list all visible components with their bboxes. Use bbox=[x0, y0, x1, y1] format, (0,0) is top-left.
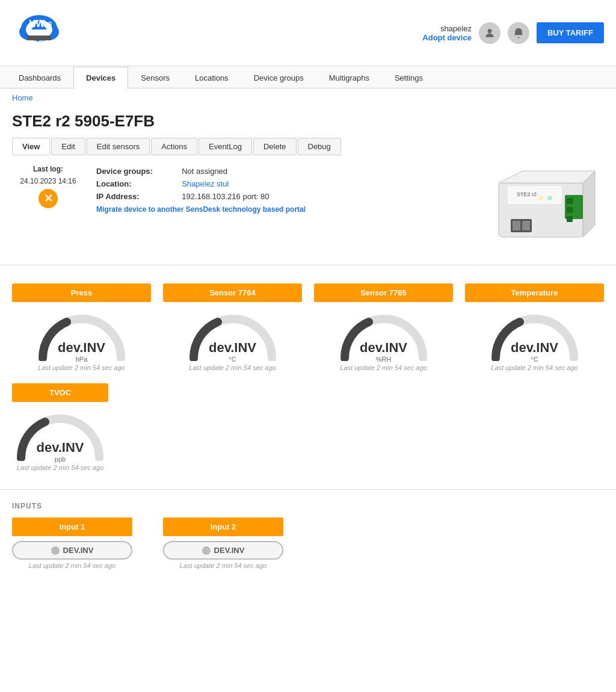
nav-device-groups[interactable]: Device groups bbox=[241, 67, 316, 88]
svg-text:CLOUD: CLOUD bbox=[31, 39, 51, 45]
sensor-card-7765: Sensor 7765 dev.INV %RH Last update 2 mi… bbox=[314, 283, 453, 371]
header: HW g CLOUD shapelez Adopt device BUY TAR… bbox=[0, 0, 616, 66]
breadcrumb: Home bbox=[0, 88, 616, 107]
nav-sensors[interactable]: Sensors bbox=[128, 67, 182, 88]
location-label: Location: bbox=[96, 178, 182, 190]
log-label: Last log: bbox=[33, 165, 63, 173]
input-toggle-2: DEV.INV bbox=[163, 541, 283, 560]
inputs-divider bbox=[0, 489, 616, 490]
gauge-update-7765: Last update 2 min 54 sec ago bbox=[340, 364, 427, 371]
device-info: Last log: 24.10.2023 14:16 ✕ Device grou… bbox=[0, 155, 616, 259]
input-value-2: DEV.INV bbox=[214, 546, 245, 555]
svg-text:g: g bbox=[48, 20, 52, 26]
adopt-device-link[interactable]: Adopt device bbox=[422, 33, 472, 42]
svg-rect-15 bbox=[567, 207, 573, 213]
svg-marker-12 bbox=[583, 171, 595, 237]
input-value-1: DEV.INV bbox=[63, 546, 94, 555]
location-value: Shapelez stul bbox=[182, 178, 310, 190]
device-meta-table: Device groups: Not assigned Location: Sh… bbox=[96, 165, 310, 215]
tab-edit-sensors[interactable]: Edit sensors bbox=[87, 138, 150, 155]
gauge-press: dev.INV hPa bbox=[34, 307, 130, 364]
divider bbox=[0, 265, 616, 265]
gauge-value-tvoc: dev.INV bbox=[12, 440, 108, 456]
tab-edit[interactable]: Edit bbox=[51, 138, 85, 155]
tab-delete[interactable]: Delete bbox=[253, 138, 297, 155]
sensor-card-press: Press dev.INV hPa Last update 2 min 54 s… bbox=[12, 283, 151, 371]
gauge-value-7765: dev.INV bbox=[336, 340, 432, 356]
groups-label: Device groups: bbox=[96, 165, 182, 178]
tab-debug[interactable]: Debug bbox=[298, 138, 341, 155]
sensor-label-press: Press bbox=[12, 283, 151, 302]
toggle-dot-1 bbox=[51, 546, 60, 555]
user-avatar[interactable] bbox=[479, 22, 500, 44]
header-right: shapelez Adopt device BUY TARIFF bbox=[422, 22, 604, 44]
input-grid: Input 1 DEV.INV Last update 2 min 54 sec… bbox=[12, 517, 604, 569]
gauge-update-press: Last update 2 min 54 sec ago bbox=[38, 364, 125, 371]
sensor-grid: Press dev.INV hPa Last update 2 min 54 s… bbox=[12, 277, 604, 377]
gauge-value-temperature: dev.INV bbox=[487, 340, 583, 356]
svg-marker-11 bbox=[499, 171, 595, 183]
ip-value: 192.168.103.216 port: 80 bbox=[182, 190, 310, 203]
location-link[interactable]: Shapelez stul bbox=[182, 179, 229, 188]
tab-view[interactable]: View bbox=[12, 138, 50, 155]
user-info: shapelez Adopt device bbox=[422, 24, 472, 42]
table-row: IP Address: 192.168.103.216 port: 80 bbox=[96, 190, 310, 203]
log-section: Last log: 24.10.2023 14:16 ✕ bbox=[12, 165, 84, 249]
gauge-unit-tvoc: ppb bbox=[12, 456, 108, 463]
nav-multigraphs[interactable]: Multigraphs bbox=[316, 67, 382, 88]
inputs-heading: INPUTS bbox=[12, 502, 604, 510]
user-icon bbox=[484, 27, 496, 39]
sensor-label-tvoc: TVOC bbox=[12, 383, 108, 402]
username: shapelez bbox=[422, 24, 472, 33]
migrate-link[interactable]: Migrate device to another SensDesk techn… bbox=[96, 205, 306, 214]
tab-eventlog[interactable]: EventLog bbox=[199, 138, 252, 155]
groups-value: Not assigned bbox=[182, 165, 310, 178]
ip-label: IP Address: bbox=[96, 190, 182, 203]
main-nav: Dashboards Devices Sensors Locations Dev… bbox=[0, 66, 616, 88]
gauge-7765: dev.INV %RH bbox=[336, 307, 432, 364]
error-badge: ✕ bbox=[38, 189, 58, 208]
notifications-bell[interactable] bbox=[508, 22, 529, 44]
svg-rect-14 bbox=[567, 198, 573, 204]
log-date: 24.10.2023 14:16 bbox=[20, 177, 76, 185]
input-card-1: Input 1 DEV.INV Last update 2 min 54 sec… bbox=[12, 517, 132, 569]
sensor-card-tvoc: TVOC dev.INV ppb Last update 2 min 54 se… bbox=[12, 383, 108, 471]
table-row: Device groups: Not assigned bbox=[96, 165, 310, 178]
svg-rect-19 bbox=[522, 221, 530, 230]
gauge-temperature: dev.INV °C bbox=[487, 307, 583, 364]
sensors-section: Press dev.INV hPa Last update 2 min 54 s… bbox=[0, 271, 616, 483]
nav-locations[interactable]: Locations bbox=[182, 67, 241, 88]
gauge-unit-7765: %RH bbox=[336, 356, 432, 363]
sensor-card-temperature: Temperature dev.INV °C Last update 2 min… bbox=[465, 283, 604, 371]
logo: HW g CLOUD bbox=[12, 9, 66, 57]
inputs-section: INPUTS Input 1 DEV.INV Last update 2 min… bbox=[0, 496, 616, 581]
gauge-update-7764: Last update 2 min 54 sec ago bbox=[189, 364, 276, 371]
tab-actions[interactable]: Actions bbox=[151, 138, 197, 155]
buy-tariff-button[interactable]: BUY TARIFF bbox=[537, 22, 604, 43]
svg-text:STE2 r2: STE2 r2 bbox=[517, 191, 537, 197]
device-sub-nav: View Edit Edit sensors Actions EventLog … bbox=[0, 138, 616, 155]
input-label-1: Input 1 bbox=[12, 517, 132, 536]
sensor-label-temperature: Temperature bbox=[465, 283, 604, 302]
bell-icon bbox=[513, 27, 525, 39]
gauge-value-7764: dev.INV bbox=[185, 340, 281, 356]
device-meta: Device groups: Not assigned Location: Sh… bbox=[96, 165, 472, 249]
nav-dashboards[interactable]: Dashboards bbox=[6, 67, 73, 88]
gauge-unit-temperature: °C bbox=[487, 356, 583, 363]
gauge-update-tvoc: Last update 2 min 54 sec ago bbox=[17, 464, 103, 471]
input-card-2: Input 2 DEV.INV Last update 2 min 54 sec… bbox=[163, 517, 283, 569]
nav-devices[interactable]: Devices bbox=[73, 67, 128, 88]
gauge-unit-7764: °C bbox=[185, 356, 281, 363]
gauge-unit-press: hPa bbox=[34, 356, 130, 363]
logo-icon: HW g CLOUD bbox=[12, 9, 66, 57]
home-link[interactable]: Home bbox=[12, 93, 33, 102]
device-illustration: STE2 r2 bbox=[487, 165, 601, 249]
tvoc-row: TVOC dev.INV ppb Last update 2 min 54 se… bbox=[12, 377, 604, 477]
sensor-label-7765: Sensor 7765 bbox=[314, 283, 453, 302]
page-title: STE2 r2 5905-E7FB bbox=[0, 107, 616, 138]
svg-point-9 bbox=[488, 29, 492, 33]
input-update-2: Last update 2 min 54 sec ago bbox=[180, 562, 266, 569]
input-toggle-1: DEV.INV bbox=[12, 541, 132, 560]
toggle-dot-2 bbox=[202, 546, 211, 555]
nav-settings[interactable]: Settings bbox=[382, 67, 436, 88]
